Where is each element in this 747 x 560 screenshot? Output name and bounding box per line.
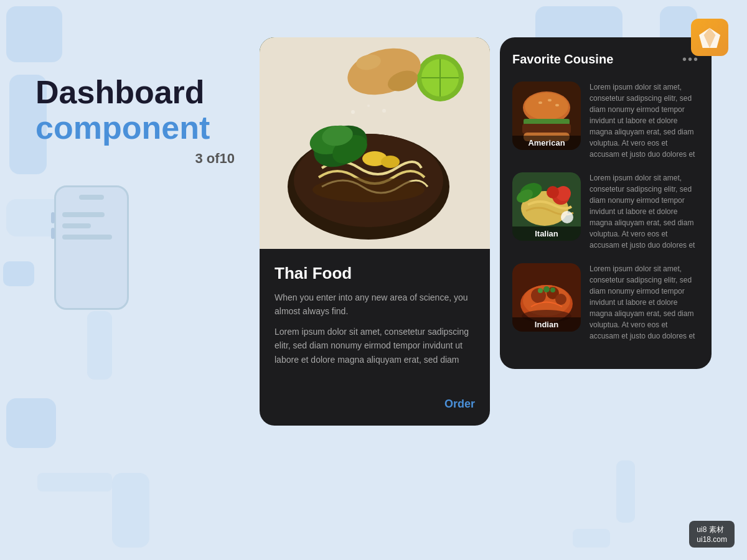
- svg-point-17: [381, 156, 400, 168]
- svg-point-18: [312, 177, 425, 202]
- phone-line-3: [62, 235, 112, 240]
- svg-point-21: [382, 109, 386, 113]
- svg-point-27: [555, 104, 559, 106]
- indian-label: Indian: [512, 317, 581, 332]
- phone-line-1: [62, 212, 105, 217]
- watermark-line2: ui18.com: [697, 535, 727, 544]
- vol-btn-2: [51, 228, 55, 239]
- svg-point-20: [367, 105, 370, 107]
- order-button[interactable]: Order: [444, 398, 475, 411]
- svg-point-47: [550, 287, 555, 292]
- food-card-body: Thai Food When you enter into any new ar…: [260, 249, 490, 388]
- food-desc-1: When you enter into any new area of scie…: [275, 291, 475, 319]
- italian-description: Lorem ipsum dolor sit amet, consetetur s…: [590, 172, 699, 251]
- indian-description: Lorem ipsum dolor sit amet, consetetur s…: [590, 263, 699, 342]
- svg-rect-29: [522, 124, 571, 134]
- phone-line-2: [62, 223, 91, 228]
- favorite-cuisine-card: Favorite Cousine •••: [500, 37, 712, 369]
- svg-point-25: [538, 101, 542, 104]
- title-dashboard: Dashboard: [35, 75, 260, 110]
- svg-point-38: [561, 211, 573, 223]
- svg-point-26: [548, 99, 552, 101]
- phone-mockup-decoration: [54, 185, 129, 310]
- food-desc-2: Lorem ipsum dolor sit amet, consetetur s…: [275, 325, 475, 366]
- label-section: Dashboard component 3 of10: [35, 37, 260, 310]
- food-card-footer: Order: [260, 388, 490, 426]
- watermark: ui8 素材 ui18.com: [689, 521, 735, 548]
- svg-point-24: [525, 93, 568, 120]
- american-description: Lorem ipsum dolor sit amet, consetetur s…: [590, 82, 699, 160]
- phone-notch: [79, 195, 104, 200]
- watermark-line1: ui8 素材: [697, 525, 727, 535]
- sketch-icon: [691, 19, 728, 56]
- cuisine-item-american[interactable]: American Lorem ipsum dolor sit amet, con…: [512, 82, 699, 160]
- svg-point-35: [547, 186, 559, 198]
- food-title: Thai Food: [275, 264, 475, 283]
- svg-point-46: [538, 288, 543, 293]
- food-detail-card: Thai Food When you enter into any new ar…: [260, 37, 490, 426]
- vol-btn-1: [51, 212, 55, 223]
- svg-point-44: [555, 294, 566, 305]
- italian-thumbnail: Italian: [512, 172, 581, 241]
- svg-point-45: [543, 286, 550, 292]
- svg-point-19: [351, 110, 355, 114]
- title-component: component: [35, 110, 260, 146]
- favorite-title: Favorite Cousine: [512, 52, 613, 67]
- main-content: Dashboard component 3 of10: [0, 0, 747, 560]
- favorite-card-header: Favorite Cousine •••: [512, 52, 699, 67]
- food-image: [260, 37, 490, 249]
- italian-label: Italian: [512, 226, 581, 241]
- american-thumbnail: American: [512, 82, 581, 150]
- indian-thumbnail: Indian: [512, 263, 581, 332]
- subtitle: 3 of10: [35, 151, 260, 167]
- american-label: American: [512, 136, 581, 150]
- cards-container: Thai Food When you enter into any new ar…: [260, 37, 712, 426]
- cuisine-item-indian[interactable]: Indian Lorem ipsum dolor sit amet, conse…: [512, 263, 699, 342]
- cuisine-item-italian[interactable]: Italian Lorem ipsum dolor sit amet, cons…: [512, 172, 699, 251]
